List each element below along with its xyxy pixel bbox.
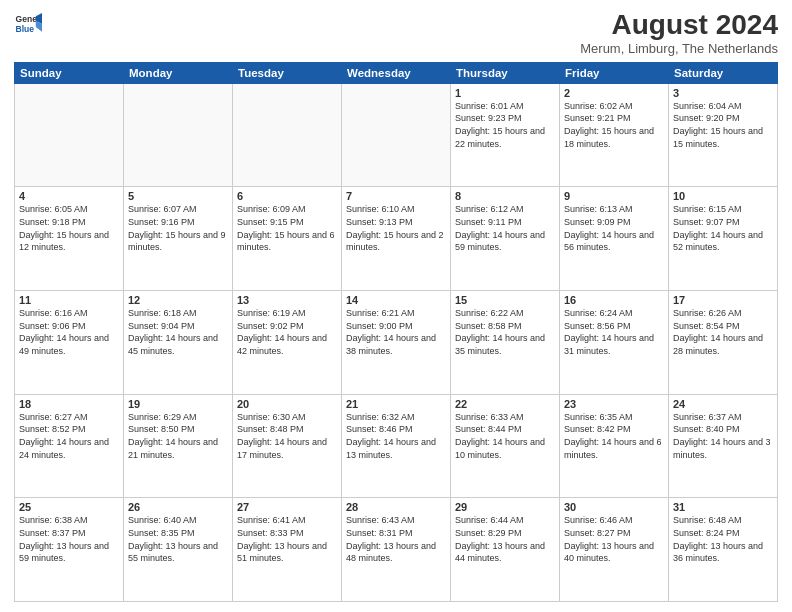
day-info: Sunrise: 6:37 AM Sunset: 8:40 PM Dayligh…: [673, 411, 773, 461]
day-info: Sunrise: 6:46 AM Sunset: 8:27 PM Dayligh…: [564, 514, 664, 564]
calendar-cell: 31Sunrise: 6:48 AM Sunset: 8:24 PM Dayli…: [669, 498, 778, 602]
day-info: Sunrise: 6:41 AM Sunset: 8:33 PM Dayligh…: [237, 514, 337, 564]
day-number: 26: [128, 501, 228, 513]
day-info: Sunrise: 6:27 AM Sunset: 8:52 PM Dayligh…: [19, 411, 119, 461]
day-header-thursday: Thursday: [451, 62, 560, 83]
day-header-monday: Monday: [124, 62, 233, 83]
calendar-cell: 19Sunrise: 6:29 AM Sunset: 8:50 PM Dayli…: [124, 394, 233, 498]
svg-text:Blue: Blue: [16, 24, 35, 34]
day-info: Sunrise: 6:44 AM Sunset: 8:29 PM Dayligh…: [455, 514, 555, 564]
day-number: 29: [455, 501, 555, 513]
calendar-cell: 3Sunrise: 6:04 AM Sunset: 9:20 PM Daylig…: [669, 83, 778, 187]
calendar-cell: 25Sunrise: 6:38 AM Sunset: 8:37 PM Dayli…: [15, 498, 124, 602]
day-info: Sunrise: 6:02 AM Sunset: 9:21 PM Dayligh…: [564, 100, 664, 150]
day-number: 30: [564, 501, 664, 513]
day-number: 1: [455, 87, 555, 99]
day-number: 24: [673, 398, 773, 410]
calendar-week-2: 4Sunrise: 6:05 AM Sunset: 9:18 PM Daylig…: [15, 187, 778, 291]
calendar-cell: 29Sunrise: 6:44 AM Sunset: 8:29 PM Dayli…: [451, 498, 560, 602]
day-info: Sunrise: 6:05 AM Sunset: 9:18 PM Dayligh…: [19, 203, 119, 253]
day-number: 15: [455, 294, 555, 306]
day-number: 12: [128, 294, 228, 306]
day-info: Sunrise: 6:15 AM Sunset: 9:07 PM Dayligh…: [673, 203, 773, 253]
day-info: Sunrise: 6:07 AM Sunset: 9:16 PM Dayligh…: [128, 203, 228, 253]
day-info: Sunrise: 6:21 AM Sunset: 9:00 PM Dayligh…: [346, 307, 446, 357]
calendar-header-row: SundayMondayTuesdayWednesdayThursdayFrid…: [15, 62, 778, 83]
header: General Blue August 2024 Merum, Limburg,…: [14, 10, 778, 56]
calendar-week-1: 1Sunrise: 6:01 AM Sunset: 9:23 PM Daylig…: [15, 83, 778, 187]
calendar-cell: 23Sunrise: 6:35 AM Sunset: 8:42 PM Dayli…: [560, 394, 669, 498]
calendar-cell: 10Sunrise: 6:15 AM Sunset: 9:07 PM Dayli…: [669, 187, 778, 291]
calendar-cell: 18Sunrise: 6:27 AM Sunset: 8:52 PM Dayli…: [15, 394, 124, 498]
calendar-cell: 2Sunrise: 6:02 AM Sunset: 9:21 PM Daylig…: [560, 83, 669, 187]
day-info: Sunrise: 6:13 AM Sunset: 9:09 PM Dayligh…: [564, 203, 664, 253]
main-title: August 2024: [580, 10, 778, 41]
day-info: Sunrise: 6:24 AM Sunset: 8:56 PM Dayligh…: [564, 307, 664, 357]
day-number: 7: [346, 190, 446, 202]
day-number: 2: [564, 87, 664, 99]
sub-title: Merum, Limburg, The Netherlands: [580, 41, 778, 56]
day-number: 10: [673, 190, 773, 202]
calendar-cell: 22Sunrise: 6:33 AM Sunset: 8:44 PM Dayli…: [451, 394, 560, 498]
calendar-cell: [124, 83, 233, 187]
calendar-cell: 21Sunrise: 6:32 AM Sunset: 8:46 PM Dayli…: [342, 394, 451, 498]
day-info: Sunrise: 6:22 AM Sunset: 8:58 PM Dayligh…: [455, 307, 555, 357]
calendar-week-4: 18Sunrise: 6:27 AM Sunset: 8:52 PM Dayli…: [15, 394, 778, 498]
day-info: Sunrise: 6:33 AM Sunset: 8:44 PM Dayligh…: [455, 411, 555, 461]
day-number: 28: [346, 501, 446, 513]
calendar-cell: 30Sunrise: 6:46 AM Sunset: 8:27 PM Dayli…: [560, 498, 669, 602]
day-number: 31: [673, 501, 773, 513]
day-number: 11: [19, 294, 119, 306]
calendar-body: 1Sunrise: 6:01 AM Sunset: 9:23 PM Daylig…: [15, 83, 778, 601]
day-number: 25: [19, 501, 119, 513]
day-number: 8: [455, 190, 555, 202]
day-info: Sunrise: 6:12 AM Sunset: 9:11 PM Dayligh…: [455, 203, 555, 253]
day-number: 16: [564, 294, 664, 306]
day-header-sunday: Sunday: [15, 62, 124, 83]
calendar-cell: 7Sunrise: 6:10 AM Sunset: 9:13 PM Daylig…: [342, 187, 451, 291]
calendar-cell: 26Sunrise: 6:40 AM Sunset: 8:35 PM Dayli…: [124, 498, 233, 602]
day-header-friday: Friday: [560, 62, 669, 83]
calendar-cell: 20Sunrise: 6:30 AM Sunset: 8:48 PM Dayli…: [233, 394, 342, 498]
day-info: Sunrise: 6:35 AM Sunset: 8:42 PM Dayligh…: [564, 411, 664, 461]
calendar-cell: 17Sunrise: 6:26 AM Sunset: 8:54 PM Dayli…: [669, 291, 778, 395]
calendar-cell: 13Sunrise: 6:19 AM Sunset: 9:02 PM Dayli…: [233, 291, 342, 395]
calendar-cell: [342, 83, 451, 187]
day-number: 20: [237, 398, 337, 410]
calendar-cell: 12Sunrise: 6:18 AM Sunset: 9:04 PM Dayli…: [124, 291, 233, 395]
day-info: Sunrise: 6:10 AM Sunset: 9:13 PM Dayligh…: [346, 203, 446, 253]
page: General Blue August 2024 Merum, Limburg,…: [0, 0, 792, 612]
day-number: 3: [673, 87, 773, 99]
day-number: 4: [19, 190, 119, 202]
day-info: Sunrise: 6:04 AM Sunset: 9:20 PM Dayligh…: [673, 100, 773, 150]
day-number: 5: [128, 190, 228, 202]
day-info: Sunrise: 6:29 AM Sunset: 8:50 PM Dayligh…: [128, 411, 228, 461]
day-info: Sunrise: 6:30 AM Sunset: 8:48 PM Dayligh…: [237, 411, 337, 461]
calendar-cell: 24Sunrise: 6:37 AM Sunset: 8:40 PM Dayli…: [669, 394, 778, 498]
calendar-cell: 15Sunrise: 6:22 AM Sunset: 8:58 PM Dayli…: [451, 291, 560, 395]
day-number: 27: [237, 501, 337, 513]
day-info: Sunrise: 6:26 AM Sunset: 8:54 PM Dayligh…: [673, 307, 773, 357]
calendar-cell: [15, 83, 124, 187]
calendar-week-3: 11Sunrise: 6:16 AM Sunset: 9:06 PM Dayli…: [15, 291, 778, 395]
day-info: Sunrise: 6:18 AM Sunset: 9:04 PM Dayligh…: [128, 307, 228, 357]
day-number: 19: [128, 398, 228, 410]
day-number: 17: [673, 294, 773, 306]
day-header-saturday: Saturday: [669, 62, 778, 83]
day-header-wednesday: Wednesday: [342, 62, 451, 83]
calendar-cell: 4Sunrise: 6:05 AM Sunset: 9:18 PM Daylig…: [15, 187, 124, 291]
day-info: Sunrise: 6:43 AM Sunset: 8:31 PM Dayligh…: [346, 514, 446, 564]
calendar-cell: 8Sunrise: 6:12 AM Sunset: 9:11 PM Daylig…: [451, 187, 560, 291]
logo-icon: General Blue: [14, 10, 42, 38]
day-number: 14: [346, 294, 446, 306]
day-number: 13: [237, 294, 337, 306]
calendar-cell: 9Sunrise: 6:13 AM Sunset: 9:09 PM Daylig…: [560, 187, 669, 291]
day-info: Sunrise: 6:09 AM Sunset: 9:15 PM Dayligh…: [237, 203, 337, 253]
day-info: Sunrise: 6:01 AM Sunset: 9:23 PM Dayligh…: [455, 100, 555, 150]
calendar-table: SundayMondayTuesdayWednesdayThursdayFrid…: [14, 62, 778, 602]
calendar-cell: 5Sunrise: 6:07 AM Sunset: 9:16 PM Daylig…: [124, 187, 233, 291]
logo: General Blue: [14, 10, 42, 38]
day-number: 9: [564, 190, 664, 202]
day-info: Sunrise: 6:38 AM Sunset: 8:37 PM Dayligh…: [19, 514, 119, 564]
calendar-cell: 16Sunrise: 6:24 AM Sunset: 8:56 PM Dayli…: [560, 291, 669, 395]
